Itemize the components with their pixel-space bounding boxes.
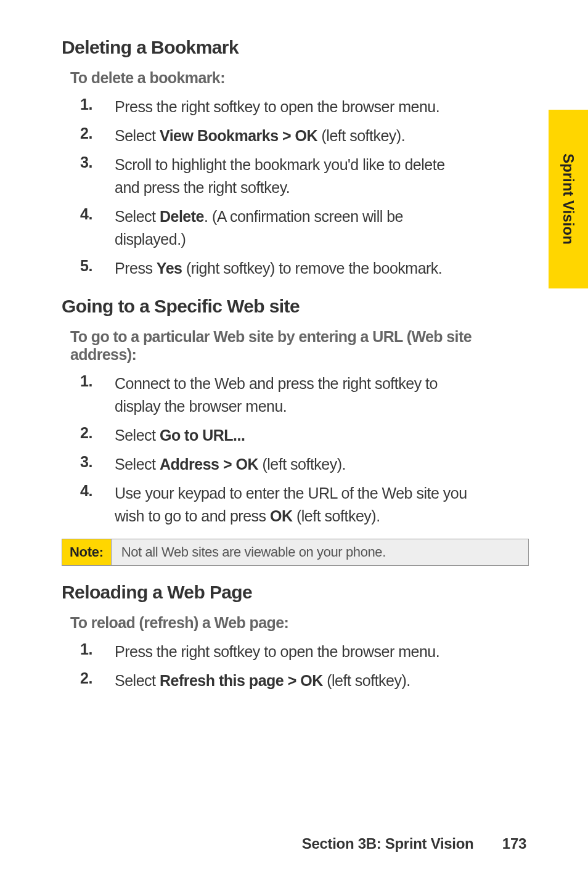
intro-goto-site: To go to a particular Web site by enteri… [70,328,526,364]
list-item: 2.Select Go to URL... [80,424,526,447]
note-content: Not all Web sites are viewable on your p… [112,539,528,565]
list-item-number: 1. [80,96,115,113]
list-item-number: 2. [80,424,115,442]
list-deleting-bookmark: 1.Press the right softkey to open the br… [62,96,526,280]
note-box: Note: Not all Web sites are viewable on … [62,539,529,566]
footer-page-number: 173 [502,835,526,852]
list-item-text: Select Delete. (A confirmation screen wi… [115,205,471,251]
intro-deleting-bookmark: To delete a bookmark: [70,69,526,87]
list-item-number: 4. [80,482,115,500]
list-item: 1.Connect to the Web and press the right… [80,372,526,418]
heading-deleting-bookmark: Deleting a Bookmark [62,37,526,58]
list-item-number: 2. [80,669,115,687]
list-item-text: Select Address > OK (left softkey). [115,453,346,476]
heading-goto-site: Going to a Specific Web site [62,296,526,317]
list-item: 5.Press Yes (right softkey) to remove th… [80,257,526,280]
note-label: Note: [62,539,112,565]
list-item: 3.Select Address > OK (left softkey). [80,453,526,476]
list-item-text: Select View Bookmarks > OK (left softkey… [115,125,405,147]
list-item-number: 5. [80,257,115,275]
list-item: 4.Select Delete. (A confirmation screen … [80,205,526,251]
footer-section: Section 3B: Sprint Vision [302,835,474,852]
list-reload-page: 1.Press the right softkey to open the br… [62,640,526,692]
list-item: 3.Scroll to highlight the bookmark you'd… [80,153,526,199]
list-item-number: 1. [80,372,115,390]
list-item: 2.Select Refresh this page > OK (left so… [80,669,526,692]
heading-reload-page: Reloading a Web Page [62,582,526,603]
list-item-text: Select Go to URL... [115,424,245,447]
list-item-text: Press the right softkey to open the brow… [115,96,439,118]
page-footer: Section 3B: Sprint Vision 173 [302,835,526,852]
list-item-number: 4. [80,205,115,223]
list-item-text: Select Refresh this page > OK (left soft… [115,669,410,692]
list-item: 1.Press the right softkey to open the br… [80,640,526,663]
list-item-text: Press Yes (right softkey) to remove the … [115,257,442,280]
list-item-number: 2. [80,125,115,142]
list-item-text: Connect to the Web and press the right s… [115,372,471,418]
list-item-number: 3. [80,153,115,171]
list-item-text: Press the right softkey to open the brow… [115,640,439,663]
list-item: 4.Use your keypad to enter the URL of th… [80,482,526,528]
list-item: 2.Select View Bookmarks > OK (left softk… [80,125,526,147]
list-item-text: Scroll to highlight the bookmark you'd l… [115,153,471,199]
list-item-number: 3. [80,453,115,471]
list-item: 1.Press the right softkey to open the br… [80,96,526,118]
list-goto-site: 1.Connect to the Web and press the right… [62,372,526,528]
page-body: Deleting a Bookmark To delete a bookmark… [0,0,588,692]
list-item-number: 1. [80,640,115,658]
list-item-text: Use your keypad to enter the URL of the … [115,482,471,528]
intro-reload-page: To reload (refresh) a Web page: [70,614,526,632]
